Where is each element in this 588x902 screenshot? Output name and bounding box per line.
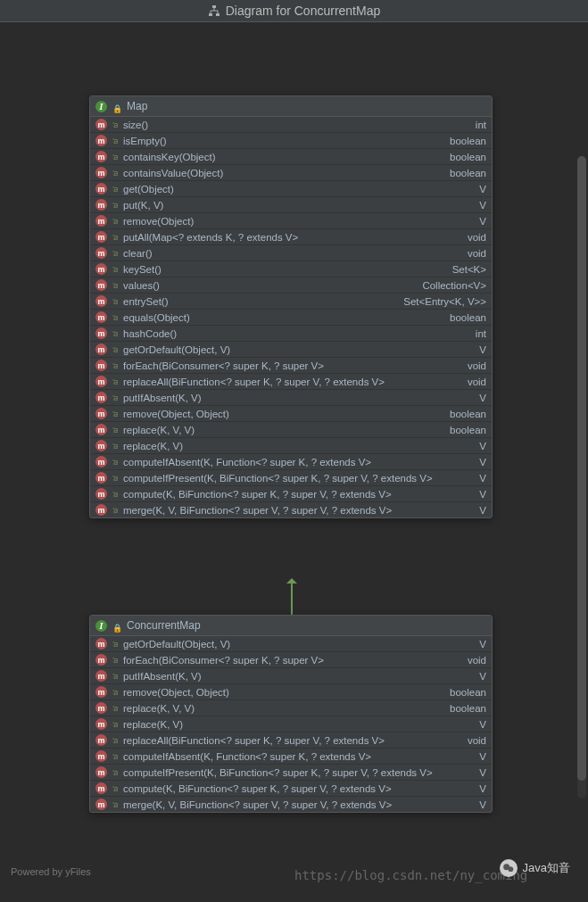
method-row[interactable]: m'acompute(K, BiFunction<? super K, ? su…	[90, 486, 492, 502]
method-signature: computeIfAbsent(K, Function<? super K, ?…	[123, 751, 468, 762]
method-row[interactable]: m'aremove(Object, Object)boolean	[90, 684, 492, 700]
method-row[interactable]: m'aentrySet()Set<Entry<K, V>>	[90, 294, 492, 310]
method-row[interactable]: m'acomputeIfPresent(K, BiFunction<? supe…	[90, 470, 492, 486]
method-icon: m	[95, 638, 107, 650]
method-return-type: Set<K>	[452, 264, 486, 275]
method-row[interactable]: m'acomputeIfPresent(K, BiFunction<? supe…	[90, 765, 492, 781]
method-row[interactable]: m'agetOrDefault(Object, V)V	[90, 636, 492, 652]
method-row[interactable]: m'acontainsValue(Object)boolean	[90, 165, 492, 181]
method-row[interactable]: m'acomputeIfAbsent(K, Function<? super K…	[90, 454, 492, 470]
method-row[interactable]: m'avalues()Collection<V>	[90, 277, 492, 294]
method-row[interactable]: m'areplace(K, V)V	[90, 438, 492, 454]
method-row[interactable]: m'aget(Object)V	[90, 181, 492, 197]
method-row[interactable]: m'aputIfAbsent(K, V)V	[90, 668, 492, 684]
method-icon: m	[95, 247, 107, 259]
abstract-icon: 'a	[111, 490, 120, 499]
class-header[interactable]: IMap	[90, 96, 492, 117]
method-return-type: Collection<V>	[422, 280, 486, 291]
method-row[interactable]: m'akeySet()Set<K>	[90, 261, 492, 277]
method-return-type: boolean	[450, 425, 486, 435]
method-signature: clear()	[123, 248, 457, 259]
method-row[interactable]: m'areplace(K, V, V)boolean	[90, 700, 492, 716]
method-row[interactable]: m'aforEach(BiConsumer<? super K, ? super…	[90, 652, 492, 668]
method-return-type: boolean	[450, 312, 486, 323]
method-row[interactable]: m'asize()int	[90, 117, 492, 133]
method-row[interactable]: m'areplaceAll(BiFunction<? super K, ? su…	[90, 732, 492, 749]
class-header[interactable]: IConcurrentMap	[90, 616, 492, 636]
abstract-icon: 'a	[111, 120, 120, 129]
abstract-icon: 'a	[111, 640, 120, 649]
abstract-icon: 'a	[111, 410, 120, 418]
method-return-type: boolean	[450, 703, 486, 714]
method-row[interactable]: m'agetOrDefault(Object, V)V	[90, 342, 492, 358]
abstract-icon: 'a	[111, 474, 120, 483]
method-row[interactable]: m'ahashCode()int	[90, 326, 492, 342]
method-signature: getOrDefault(Object, V)	[123, 344, 468, 355]
abstract-icon: 'a	[111, 656, 120, 665]
method-icon: m	[95, 686, 107, 698]
method-signature: remove(Object, Object)	[123, 687, 439, 698]
method-signature: computeIfPresent(K, BiFunction<? super K…	[123, 767, 468, 778]
method-signature: replace(K, V)	[123, 719, 468, 730]
method-signature: replace(K, V, V)	[123, 703, 439, 714]
method-row[interactable]: m'areplace(K, V)V	[90, 716, 492, 732]
method-signature: remove(Object)	[123, 216, 468, 227]
method-row[interactable]: m'aclear()void	[90, 245, 492, 261]
diagram-canvas[interactable]: java.util.Map Powered by yFiles https://…	[0, 22, 588, 897]
class-box-concurrentmap[interactable]: IConcurrentMapm'agetOrDefault(Object, V)…	[89, 615, 493, 813]
method-row[interactable]: m'acomputeIfAbsent(K, Function<? super K…	[90, 749, 492, 765]
method-signature: hashCode()	[123, 328, 465, 339]
hierarchy-icon	[208, 4, 220, 17]
method-row[interactable]: m'aremove(Object)V	[90, 213, 492, 229]
abstract-icon: 'a	[111, 426, 120, 434]
class-box-map[interactable]: IMapm'asize()intm'aisEmpty()booleanm'aco…	[89, 95, 493, 518]
abstract-icon: 'a	[111, 768, 120, 777]
method-signature: size()	[123, 120, 465, 130]
method-return-type: void	[468, 232, 486, 243]
method-icon: m	[95, 504, 107, 516]
method-row[interactable]: m'areplace(K, V, V)boolean	[90, 422, 492, 438]
method-icon: m	[95, 750, 107, 762]
method-return-type: V	[479, 783, 486, 794]
abstract-icon: 'a	[111, 137, 120, 145]
method-signature: putAll(Map<? extends K, ? extends V>	[123, 232, 457, 243]
method-row[interactable]: m'amerge(K, V, BiFunction<? super V, ? s…	[90, 797, 492, 812]
method-icon: m	[95, 360, 107, 371]
method-row[interactable]: m'amerge(K, V, BiFunction<? super V, ? s…	[90, 502, 492, 517]
method-icon: m	[95, 782, 107, 794]
method-return-type: V	[479, 671, 486, 682]
method-icon: m	[95, 408, 107, 419]
method-return-type: boolean	[450, 136, 486, 146]
method-row[interactable]: m'aremove(Object, Object)boolean	[90, 406, 492, 422]
method-signature: get(Object)	[123, 184, 468, 194]
inheritance-arrow	[291, 580, 293, 616]
method-return-type: V	[479, 505, 486, 516]
wechat-icon	[500, 859, 518, 877]
abstract-icon: 'a	[111, 265, 120, 274]
scrollbar-thumb[interactable]	[577, 156, 586, 781]
method-icon: m	[95, 151, 107, 162]
brand-badge: Java知音	[500, 859, 570, 877]
method-row[interactable]: m'aputIfAbsent(K, V)V	[90, 390, 492, 406]
svg-rect-2	[216, 13, 219, 16]
method-row[interactable]: m'acontainsKey(Object)boolean	[90, 149, 492, 165]
method-icon: m	[95, 718, 107, 730]
window-title: Diagram for ConcurrentMap	[226, 4, 381, 18]
method-row[interactable]: m'aequals(Object)boolean	[90, 310, 492, 326]
abstract-icon: 'a	[111, 297, 120, 306]
method-signature: keySet()	[123, 264, 442, 275]
method-return-type: void	[468, 360, 486, 371]
method-return-type: V	[479, 473, 486, 484]
method-row[interactable]: m'acompute(K, BiFunction<? super K, ? su…	[90, 781, 492, 797]
method-return-type: V	[479, 719, 486, 730]
method-row[interactable]: m'aisEmpty()boolean	[90, 133, 492, 149]
abstract-icon: 'a	[111, 784, 120, 793]
method-row[interactable]: m'areplaceAll(BiFunction<? super K, ? su…	[90, 374, 492, 390]
abstract-icon: 'a	[111, 201, 120, 210]
method-row[interactable]: m'aputAll(Map<? extends K, ? extends V>v…	[90, 229, 492, 245]
method-row[interactable]: m'aput(K, V)V	[90, 197, 492, 213]
method-row[interactable]: m'aforEach(BiConsumer<? super K, ? super…	[90, 358, 492, 374]
method-icon: m	[95, 654, 107, 666]
method-return-type: void	[468, 735, 486, 746]
method-signature: computeIfPresent(K, BiFunction<? super K…	[123, 473, 468, 484]
